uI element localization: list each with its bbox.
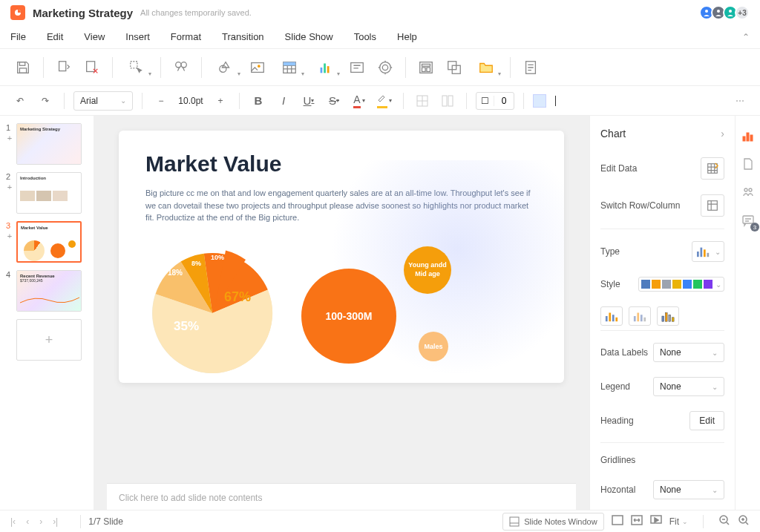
svg-rect-49	[669, 315, 671, 321]
svg-point-3	[729, 10, 732, 13]
horizontal-gridlines-dropdown[interactable]: None⌄	[653, 480, 724, 499]
comments-tab-icon[interactable]: 3	[736, 208, 760, 233]
delete-slide-icon[interactable]	[79, 55, 105, 80]
image-icon[interactable]	[245, 55, 270, 80]
add-slide-icon[interactable]: +	[7, 231, 12, 240]
svg-rect-25	[427, 68, 430, 72]
media-icon[interactable]	[373, 55, 398, 80]
strikethrough-icon[interactable]: S ▾	[324, 91, 344, 111]
menu-slideshow[interactable]: Slide Show	[285, 31, 333, 42]
document-title: Marketing Strategy	[33, 7, 133, 19]
collapse-ribbon-icon[interactable]: ⌃	[742, 32, 750, 42]
first-slide-icon[interactable]: |‹	[10, 516, 16, 527]
collaboration-tab-icon[interactable]	[736, 180, 760, 205]
menu-insert[interactable]: Insert	[125, 31, 150, 42]
zoom-fit-select[interactable]: Fit⌄	[669, 516, 688, 527]
bubble-chart[interactable]: 100-300M Young andd Mid age Males	[294, 239, 502, 384]
svg-rect-51	[743, 137, 745, 141]
heading-edit-button[interactable]: Edit	[689, 411, 724, 430]
switch-row-col-button[interactable]	[701, 194, 724, 217]
more-formatting-icon[interactable]: ⋯	[730, 91, 750, 111]
menu-view[interactable]: View	[84, 31, 105, 42]
slide-thumbnail-4[interactable]: Recent Revenue$737,000,245	[16, 270, 82, 312]
normal-view-icon[interactable]	[612, 514, 623, 528]
slide-notes-toggle[interactable]: Slide Notes Window	[502, 513, 603, 531]
spacing-before-input[interactable]: ☐	[476, 92, 514, 110]
split-cells-icon[interactable]	[438, 91, 457, 111]
prev-slide-icon[interactable]: ‹	[26, 516, 29, 527]
underline-icon[interactable]: U ▾	[299, 91, 318, 111]
arrange-icon[interactable]	[442, 55, 467, 80]
slide-layout-icon[interactable]	[413, 55, 439, 80]
slide-notes-input[interactable]: Click here to add slide note contents	[107, 483, 576, 510]
svg-rect-30	[442, 96, 447, 106]
bubble-mid: Young andd Mid age	[404, 246, 451, 294]
svg-rect-42	[615, 318, 618, 321]
panel-expand-icon[interactable]: ›	[721, 128, 724, 139]
style-colors-select[interactable]: ⌄	[638, 277, 724, 292]
pie-label-10: 10%	[211, 254, 224, 261]
menu-format[interactable]: Format	[171, 31, 201, 42]
fill-color-swatch[interactable]	[533, 94, 546, 108]
document-icon[interactable]	[518, 55, 543, 80]
copy-format-icon[interactable]	[51, 55, 76, 80]
svg-rect-5	[19, 68, 26, 72]
slide-thumbnail-3[interactable]: Market Value	[16, 221, 82, 263]
file-tab-icon[interactable]	[736, 151, 760, 177]
table-icon[interactable]: ▾	[273, 55, 306, 80]
fit-width-icon[interactable]	[631, 514, 643, 528]
svg-rect-34	[708, 201, 718, 211]
shapes-icon[interactable]: ▾	[209, 55, 242, 80]
italic-icon[interactable]: I	[274, 91, 293, 111]
zoom-in-icon[interactable]	[738, 514, 750, 528]
increase-fontsize[interactable]: +	[211, 91, 230, 111]
last-slide-icon[interactable]: ›|	[53, 516, 58, 527]
menu-edit[interactable]: Edit	[47, 31, 63, 42]
menu-file[interactable]: File	[10, 31, 26, 42]
merge-cells-icon[interactable]	[413, 91, 432, 111]
bold-icon[interactable]: B	[249, 91, 268, 111]
style-option-1[interactable]	[600, 306, 623, 326]
chart-icon[interactable]: ▾	[309, 55, 341, 80]
fontsize-value[interactable]: 10.0pt	[175, 96, 206, 106]
chart-tab-icon[interactable]	[736, 123, 760, 148]
style-option-2[interactable]	[629, 306, 651, 326]
chart-type-select[interactable]: ⌄	[692, 241, 724, 262]
slide-canvas[interactable]: Market Value Big picture cc me on that a…	[119, 131, 564, 383]
menu-tools[interactable]: Tools	[354, 31, 376, 42]
save-icon[interactable]	[10, 55, 36, 80]
pie-chart[interactable]: 67% 35% 18% 8% 10%	[145, 246, 279, 380]
next-slide-icon[interactable]: ›	[39, 516, 42, 527]
svg-rect-50	[672, 318, 674, 321]
add-new-slide[interactable]: +	[16, 319, 82, 361]
find-icon[interactable]	[168, 55, 194, 80]
type-label: Type	[600, 246, 620, 257]
font-color-icon[interactable]: A▾	[350, 91, 369, 111]
highlight-icon[interactable]: ▾	[375, 91, 394, 111]
edit-data-button[interactable]	[701, 157, 724, 180]
legend-dropdown[interactable]: None⌄	[653, 377, 724, 396]
add-slide-icon[interactable]: +	[7, 183, 12, 191]
svg-rect-58	[612, 516, 623, 525]
menu-help[interactable]: Help	[397, 31, 417, 42]
select-tool-icon[interactable]: ▾	[120, 55, 153, 80]
slide-thumbnail-1[interactable]: Marketing Strategy	[16, 123, 82, 165]
pie-label-35: 35%	[174, 319, 199, 334]
svg-rect-36	[701, 248, 703, 257]
presentation-icon[interactable]	[650, 514, 662, 528]
style-option-3[interactable]	[657, 306, 679, 326]
more-users[interactable]: +3	[735, 5, 750, 20]
undo-icon[interactable]: ↶	[10, 91, 30, 111]
textbox-icon[interactable]	[344, 55, 370, 80]
slide-thumbnail-2[interactable]: Introduction	[16, 172, 82, 214]
panel-title: Chart	[600, 128, 626, 139]
redo-icon[interactable]: ↷	[36, 91, 55, 111]
folder-icon[interactable]: ▾	[470, 55, 502, 80]
zoom-out-icon[interactable]	[718, 514, 730, 528]
decrease-fontsize[interactable]: −	[151, 91, 171, 111]
font-family-select[interactable]: Arial⌄	[73, 91, 133, 111]
svg-rect-7	[87, 61, 95, 71]
data-labels-dropdown[interactable]: None⌄	[653, 343, 724, 362]
add-slide-icon[interactable]: +	[7, 134, 12, 142]
menu-transition[interactable]: Transition	[222, 31, 264, 42]
